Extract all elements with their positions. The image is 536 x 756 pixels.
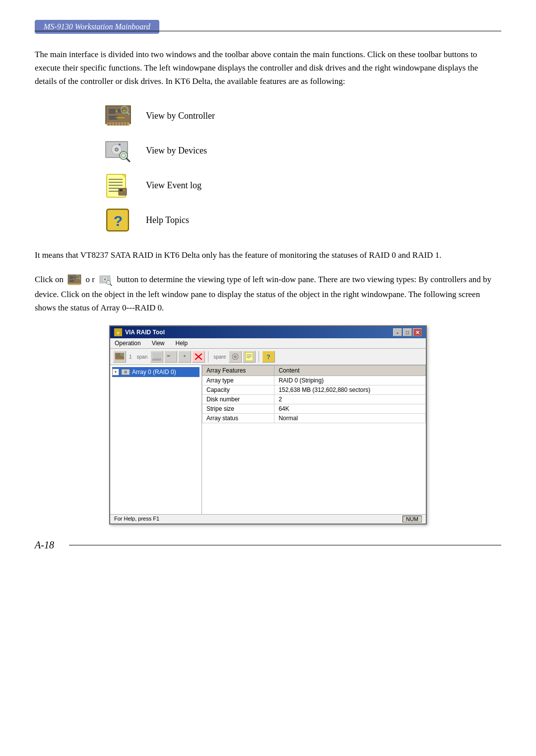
raid-title-left: V VIA RAID Tool <box>114 328 165 336</box>
raid-tool-window: V VIA RAID Tool - □ ✕ Operation View Hel… <box>109 325 427 525</box>
svg-text:?: ? <box>114 213 123 229</box>
table-row: Array statusNormal <box>202 414 426 423</box>
tb-icon3[interactable] <box>164 351 177 363</box>
svg-rect-2 <box>109 109 116 114</box>
svg-rect-0 <box>106 106 131 124</box>
svg-text:?: ? <box>267 354 270 361</box>
svg-rect-45 <box>68 284 80 285</box>
table-cell-feature: Stripe size <box>202 404 274 414</box>
table-cell-content: RAID 0 (Striping) <box>274 376 426 385</box>
controller-icon <box>104 103 132 129</box>
tree-item-array0[interactable]: + Array 0 (RAID 0) <box>112 367 200 377</box>
svg-text:+: + <box>235 355 237 358</box>
mid-paragraph-1: It means that VT8237 SATA RAID in KT6 De… <box>35 248 501 262</box>
svg-rect-40 <box>68 275 81 284</box>
tree-expand-icon[interactable]: + <box>112 369 119 376</box>
devices-icon <box>104 138 132 164</box>
svg-point-22 <box>116 149 118 150</box>
tb-help-icon[interactable]: ? <box>262 351 275 363</box>
svg-rect-55 <box>115 353 124 360</box>
feature-label-devices: View by Devices <box>146 146 207 156</box>
svg-point-23 <box>119 144 121 146</box>
inline-devices-icon <box>98 273 114 288</box>
window-controls[interactable]: - □ ✕ <box>393 328 422 336</box>
statusbar-num: NUM <box>402 516 422 523</box>
tb-span-label: 1 <box>129 354 132 360</box>
menu-help[interactable]: Help <box>174 339 190 347</box>
table-row: Stripe size64K <box>202 404 426 414</box>
mid-paragraph-2: Click on o r butt <box>35 273 501 314</box>
via-title-icon: V <box>114 328 122 336</box>
table-cell-feature: Disk number <box>202 395 274 404</box>
svg-rect-35 <box>120 189 123 191</box>
svg-rect-42 <box>69 276 73 279</box>
svg-rect-13 <box>120 123 122 125</box>
svg-rect-10 <box>111 123 113 125</box>
tb-spare-label: spare <box>213 354 226 360</box>
svg-line-26 <box>127 158 130 161</box>
svg-point-50 <box>104 278 106 280</box>
svg-text:+: + <box>184 354 186 359</box>
table-cell-content: 64K <box>274 404 426 414</box>
svg-rect-9 <box>108 123 110 125</box>
svg-rect-59 <box>152 353 161 360</box>
statusbar-help-text: For Help, press F1 <box>114 516 159 523</box>
table-cell-feature: Array type <box>202 376 274 385</box>
raid-right-pane: Array Features Content Array typeRAID 0 … <box>202 365 426 514</box>
minimize-button[interactable]: - <box>393 328 402 336</box>
tb-separator1 <box>208 351 208 362</box>
svg-point-77 <box>125 372 126 373</box>
svg-rect-56 <box>116 359 124 360</box>
feature-label-eventlog: View Event log <box>146 180 201 191</box>
raid-titlebar: V VIA RAID Tool - □ ✕ <box>110 326 426 338</box>
table-cell-content: 152,638 MB (312,602,880 sectors) <box>274 385 426 395</box>
table-cell-content: Normal <box>274 414 426 423</box>
table-row: Disk number2 <box>202 395 426 404</box>
feature-item-help: ? Help Topics <box>104 208 501 233</box>
raid-details-table: Array Features Content Array typeRAID 0 … <box>202 365 426 423</box>
svg-text:V: V <box>117 331 120 335</box>
page-footer: A-18 <box>35 539 501 551</box>
feature-item-devices: View by Devices <box>104 138 501 164</box>
svg-rect-70 <box>246 353 253 361</box>
tb-icon4[interactable]: + <box>178 351 191 363</box>
raid-body: + Array 0 (RAID 0) Array Features <box>110 365 426 514</box>
raid-menubar: Operation View Help <box>110 338 426 349</box>
col-header-features: Array Features <box>202 366 274 376</box>
tb-span-text: span <box>137 354 148 360</box>
svg-rect-14 <box>123 123 125 125</box>
table-row: Capacity152,638 MB (312,602,880 sectors) <box>202 385 426 395</box>
table-row: Array typeRAID 0 (Striping) <box>202 376 426 385</box>
feature-item-controller: View by Controller <box>104 103 501 129</box>
page-number: A-18 <box>35 539 54 551</box>
menu-view[interactable]: View <box>150 339 166 347</box>
svg-line-52 <box>110 284 112 286</box>
tb-spare-icon[interactable]: + <box>229 351 242 363</box>
header-divider <box>35 31 501 31</box>
restore-button[interactable]: □ <box>403 328 412 336</box>
svg-rect-62 <box>167 355 170 357</box>
tb-controller-icon[interactable] <box>113 351 126 363</box>
raid-statusbar: For Help, press F1 NUM <box>110 514 426 524</box>
header-label: MS-9130 Workstation Mainboard <box>35 20 159 34</box>
svg-rect-15 <box>126 123 128 125</box>
svg-rect-60 <box>152 359 161 361</box>
tb-separator2 <box>259 351 259 362</box>
feature-item-eventlog: View Event log <box>104 173 501 199</box>
table-cell-feature: Capacity <box>202 385 274 395</box>
eventlog-icon <box>104 173 132 199</box>
tb-delete-icon[interactable] <box>192 351 205 363</box>
close-button[interactable]: ✕ <box>413 328 422 336</box>
help-icon: ? <box>104 208 132 233</box>
raid-window-title: VIA RAID Tool <box>125 329 165 336</box>
tb-icon2[interactable] <box>150 351 163 363</box>
menu-operation[interactable]: Operation <box>113 339 142 347</box>
raid-left-pane: + Array 0 (RAID 0) <box>110 365 202 514</box>
svg-rect-12 <box>117 123 119 125</box>
footer-line <box>69 545 501 545</box>
feature-label-help: Help Topics <box>146 215 189 226</box>
tb-eventlog-icon[interactable] <box>243 351 256 363</box>
raid-toolbar: 1 span + <box>110 349 426 365</box>
feature-label-controller: View by Controller <box>146 111 215 121</box>
tree-array0-label: Array 0 (RAID 0) <box>132 369 176 376</box>
